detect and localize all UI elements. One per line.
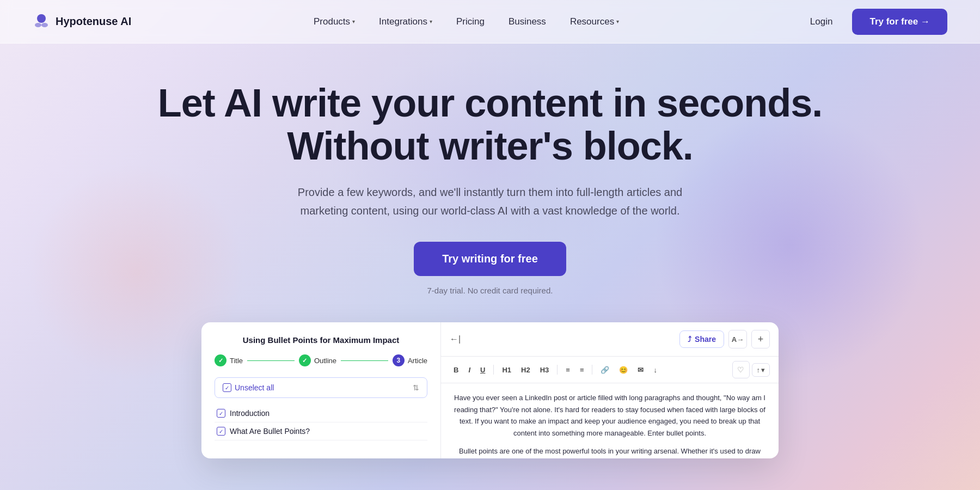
intro-label: Introduction	[230, 409, 270, 418]
h2-button[interactable]: H2	[517, 364, 534, 376]
translate-icon: A→	[732, 335, 744, 344]
upload-chevron: ▾	[761, 366, 765, 374]
products-chevron-icon: ▾	[352, 19, 355, 24]
emoji-button[interactable]: 😊	[615, 364, 632, 376]
bullet-label: What Are Bullet Points?	[230, 427, 310, 436]
step-title-label: Title	[230, 357, 243, 365]
trial-text: 7-day trial. No credit card required.	[22, 286, 958, 295]
bold-button[interactable]: B	[450, 364, 462, 376]
italic-button[interactable]: I	[464, 364, 474, 376]
nav-integrations[interactable]: Integrations ▾	[369, 12, 442, 32]
mail-button[interactable]: ✉	[634, 364, 647, 376]
share-icon: ⤴	[688, 335, 691, 344]
svg-point-2	[41, 23, 48, 27]
unselect-checkbox: ✓	[223, 383, 231, 392]
step-title: ✓ Title	[215, 354, 243, 366]
content-paragraph-2: Bullet points are one of the most powerf…	[451, 445, 769, 458]
step-article-label: Article	[408, 357, 427, 365]
step-line-2	[341, 360, 388, 362]
app-right-panel: ←| ⤴ Share A→ + B I U H1 H2	[441, 322, 779, 458]
unselect-label-text: Unselect all	[235, 383, 274, 392]
editor-toolbar: B I U H1 H2 H3 ≡ ≡ 🔗 😊 ✉ ↓ ♡ ↑ ▾	[441, 357, 779, 383]
hero-cta-button[interactable]: Try writing for free	[414, 242, 566, 276]
step-title-icon: ✓	[215, 354, 226, 366]
hero-subtitle: Provide a few keywords, and we'll instan…	[278, 183, 702, 220]
h3-button[interactable]: H3	[536, 364, 553, 376]
translate-button[interactable]: A→	[728, 330, 747, 348]
plus-icon: +	[758, 334, 764, 345]
step-outline-label: Outline	[314, 357, 336, 365]
nav-pricing[interactable]: Pricing	[446, 12, 494, 32]
article-title: Using Bullet Points for Maximum Impact	[215, 335, 427, 345]
logo-icon	[33, 13, 50, 30]
logo-text: Hypotenuse AI	[56, 15, 131, 28]
link-button[interactable]: 🔗	[597, 364, 613, 376]
nav-try-free-button[interactable]: Try for free →	[852, 9, 947, 35]
step-article: 3 Article	[393, 354, 427, 366]
upload-icon: ↑	[757, 366, 761, 374]
nav-resources[interactable]: Resources ▾	[560, 12, 629, 32]
navbar: Hypotenuse AI Products ▾ Integrations ▾ …	[0, 0, 980, 44]
list-button[interactable]: ≡	[562, 364, 574, 376]
svg-point-0	[37, 14, 46, 23]
intro-checkbox: ✓	[217, 409, 225, 418]
down-button[interactable]: ↓	[650, 364, 661, 376]
hero-section: Let AI write your content in seconds. Wi…	[0, 44, 980, 475]
app-left-panel: Using Bullet Points for Maximum Impact ✓…	[201, 322, 441, 458]
toolbar-sep-2	[557, 365, 558, 375]
favorite-button[interactable]: ♡	[732, 361, 750, 378]
progress-steps: ✓ Title ✓ Outline 3 Article	[215, 354, 427, 366]
underline-button[interactable]: U	[476, 364, 489, 376]
list2-button[interactable]: ≡	[576, 364, 588, 376]
resources-chevron-icon: ▾	[616, 19, 619, 24]
step-line-1	[247, 360, 295, 362]
share-button[interactable]: ⤴ Share	[679, 330, 724, 348]
bullet-checkbox: ✓	[217, 427, 225, 436]
nav-right: Login Try for free →	[801, 9, 947, 35]
nav-links: Products ▾ Integrations ▾ Pricing Busine…	[304, 12, 629, 32]
step-outline: ✓ Outline	[299, 354, 336, 366]
step-outline-icon: ✓	[299, 354, 311, 366]
add-button[interactable]: +	[751, 330, 770, 348]
nav-business[interactable]: Business	[499, 12, 556, 32]
right-toolbar: ←| ⤴ Share A→ +	[441, 322, 779, 357]
login-link[interactable]: Login	[801, 12, 842, 32]
integrations-chevron-icon: ▾	[430, 19, 432, 24]
upload-button[interactable]: ↑ ▾	[752, 363, 770, 377]
toolbar-sep-1	[493, 365, 494, 375]
toolbar-sep-3	[592, 365, 592, 375]
back-icon[interactable]: ←|	[450, 334, 461, 344]
h1-button[interactable]: H1	[498, 364, 515, 376]
section-bullet-points: ✓ What Are Bullet Points?	[215, 422, 427, 440]
hero-title: Let AI write your content in seconds. Wi…	[22, 82, 958, 168]
app-preview: Using Bullet Points for Maximum Impact ✓…	[201, 322, 779, 458]
sort-icon: ⇅	[413, 383, 419, 392]
unselect-row[interactable]: ✓ Unselect all ⇅	[215, 377, 427, 398]
logo[interactable]: Hypotenuse AI	[33, 13, 131, 30]
nav-products[interactable]: Products ▾	[304, 12, 365, 32]
step-article-icon: 3	[393, 354, 405, 366]
content-paragraph-1: Have you ever seen a LinkedIn post or ar…	[451, 392, 769, 439]
editor-content: Have you ever seen a LinkedIn post or ar…	[441, 383, 779, 458]
svg-point-1	[35, 23, 41, 27]
section-introduction: ✓ Introduction	[215, 405, 427, 422]
